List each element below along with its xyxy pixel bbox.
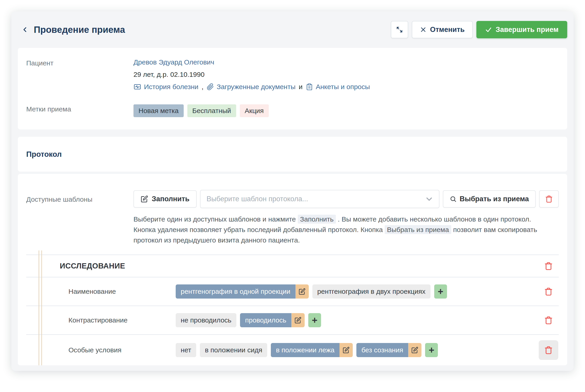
topbar-actions: Отменить Завершить прием: [391, 21, 567, 38]
edit-chip-button[interactable]: [340, 343, 353, 357]
template-select[interactable]: Выберите шаблон протокола...: [200, 190, 439, 208]
row-label: Контрастирование: [69, 316, 176, 324]
research-title: ИССЛЕДОВАНИЕ: [60, 262, 538, 270]
pick-from-appointment-button[interactable]: Выбрать из приема: [443, 190, 536, 208]
link-separator: ,: [202, 83, 203, 91]
trash-hover-background: [539, 340, 558, 360]
option-chip-selected[interactable]: в положении лежа: [271, 343, 340, 357]
templates-label: Доступные шаблоны: [26, 195, 133, 203]
chip-group: в положении лежа: [271, 343, 353, 357]
appointment-tags: Новая метка Бесплатный Акция: [133, 104, 559, 117]
chips: нет в положении сидя в положении лежа бе…: [176, 340, 538, 360]
template-select-placeholder: Выберите шаблон протокола...: [206, 195, 308, 203]
chips: не проводилось проводилось +: [176, 310, 538, 330]
option-chip-selected[interactable]: проводилось: [240, 313, 291, 327]
close-icon: [420, 26, 426, 33]
edit-icon: [343, 347, 350, 354]
finish-appointment-button[interactable]: Завершить прием: [476, 21, 567, 38]
tag-free: Бесплатный: [187, 104, 236, 117]
cancel-button[interactable]: Отменить: [412, 21, 473, 38]
protocol-title: Протокол: [26, 150, 62, 158]
trash-icon: [544, 287, 553, 296]
edit-chip-button[interactable]: [296, 284, 309, 298]
protocol-content-section: Доступные шаблоны Заполнить Выберите шаб…: [18, 174, 567, 365]
delete-row-button[interactable]: [538, 316, 559, 325]
chips: рентгенография в одной проекции рентгено…: [176, 281, 538, 302]
edit-icon: [299, 288, 306, 295]
delete-research-button[interactable]: [538, 262, 559, 270]
expand-arrows-icon: [396, 26, 403, 34]
surveys-link[interactable]: Анкеты и опросы: [306, 83, 370, 91]
add-option-button[interactable]: +: [308, 313, 321, 327]
templates-help-text: Выберите один из доступных шаблонов и на…: [133, 214, 544, 246]
cancel-button-label: Отменить: [430, 26, 465, 34]
accent-line: [39, 250, 42, 365]
protocol-title-section: Протокол: [18, 137, 567, 172]
chip-group: проводилось: [240, 313, 305, 327]
medical-history-link[interactable]: История болезни: [133, 83, 198, 91]
patient-links-row: История болезни , Загруженные документы …: [133, 83, 559, 91]
option-chip[interactable]: не проводилось: [176, 313, 236, 327]
edit-icon: [295, 317, 302, 324]
page-title-text: Проведение приема: [34, 24, 125, 35]
tags-label: Метки приема: [26, 104, 133, 113]
fill-template-button[interactable]: Заполнить: [133, 190, 197, 208]
paperclip-icon: [207, 83, 214, 90]
option-chip-selected[interactable]: рентгенография в одной проекции: [176, 284, 296, 298]
research-section: ИССЛЕДОВАНИЕ Наименование рентгенография…: [26, 254, 559, 365]
help-highlight: Выбрать из приема: [385, 225, 451, 234]
research-row-contrast: Контрастирование не проводилось проводил…: [26, 306, 559, 334]
chip-group: рентгенография в одной проекции: [176, 284, 309, 298]
link-separator: и: [299, 83, 303, 91]
trash-icon: [545, 195, 553, 203]
research-header: ИССЛЕДОВАНИЕ: [26, 254, 559, 277]
patient-name-link[interactable]: Древов Эдуард Олегович: [133, 58, 559, 66]
trash-icon: [544, 316, 553, 325]
row-label: Наименование: [69, 288, 176, 295]
option-chip[interactable]: рентгенография в двух проекциях: [312, 284, 431, 298]
finish-button-label: Завершить прием: [496, 26, 558, 34]
research-row-name: Наименование рентгенография в одной прое…: [26, 277, 559, 306]
uploaded-documents-link[interactable]: Загруженные документы: [207, 83, 296, 91]
clipboard-icon: [306, 83, 313, 90]
edit-chip-button[interactable]: [408, 343, 421, 357]
add-option-button[interactable]: +: [434, 284, 447, 298]
appointment-card: Проведение приема Отменить Завершить при…: [12, 12, 573, 371]
tag-promo: Акция: [240, 104, 269, 117]
patient-label: Пациент: [26, 58, 133, 67]
option-chip-selected[interactable]: без сознания: [356, 343, 408, 357]
trash-icon: [544, 346, 553, 354]
tag-new: Новая метка: [133, 104, 184, 117]
option-chip[interactable]: нет: [176, 343, 196, 357]
add-option-button[interactable]: +: [425, 343, 438, 357]
templates-row: Доступные шаблоны Заполнить Выберите шаб…: [26, 190, 559, 208]
page-title: Проведение приема: [21, 24, 125, 35]
chip-group: без сознания: [356, 343, 421, 357]
option-chip[interactable]: в положении сидя: [200, 343, 267, 357]
delete-row-button[interactable]: [538, 340, 559, 360]
row-label: Особые условия: [69, 346, 176, 354]
trash-icon: [544, 262, 553, 270]
remove-template-button[interactable]: [539, 190, 559, 208]
help-highlight: Заполнить: [298, 215, 336, 224]
delete-row-button[interactable]: [538, 287, 559, 296]
history-icon: [133, 83, 141, 91]
edit-icon: [411, 347, 418, 354]
expand-button[interactable]: [391, 21, 408, 38]
check-icon: [485, 26, 492, 33]
edit-icon: [141, 195, 148, 202]
back-chevron-icon[interactable]: [21, 26, 29, 34]
topbar: Проведение приема Отменить Завершить при…: [12, 12, 573, 48]
patient-section: Пациент Древов Эдуард Олегович 29 лет, д…: [18, 48, 567, 130]
chevron-down-icon: [425, 195, 433, 203]
help-text: Выберите один из доступных шаблонов и на…: [133, 215, 298, 223]
search-icon: [450, 196, 457, 202]
patient-age-dob: 29 лет, д.р. 02.10.1990: [133, 71, 559, 78]
edit-chip-button[interactable]: [291, 313, 305, 327]
research-row-conditions: Особые условия нет в положении сидя в по…: [26, 334, 559, 365]
